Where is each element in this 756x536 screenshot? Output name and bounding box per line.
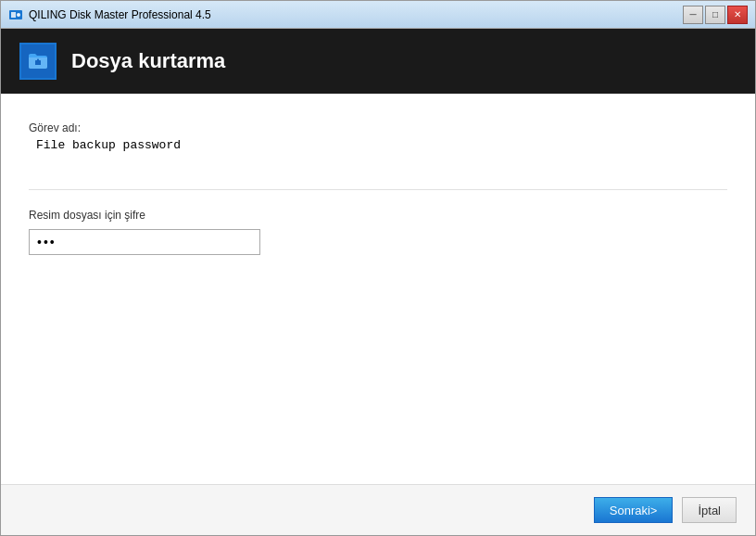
header-title: Dosya kurtarma (71, 49, 225, 73)
minimize-button[interactable]: ─ (683, 6, 703, 24)
header-bar: Dosya kurtarma (1, 29, 755, 94)
task-value: File backup password (36, 138, 727, 152)
password-label: Resim dosyası için şifre (29, 209, 727, 222)
title-bar-left: QILING Disk Master Professional 4.5 (8, 7, 211, 22)
svg-point-2 (17, 13, 20, 17)
footer: Sonraki> İptal (1, 484, 755, 535)
svg-rect-4 (37, 59, 39, 62)
task-section: Görev adı: File backup password (29, 121, 727, 152)
title-bar: QILING Disk Master Professional 4.5 ─ □ … (1, 1, 755, 29)
task-label: Görev adı: (29, 121, 727, 134)
title-bar-controls: ─ □ ✕ (683, 6, 748, 24)
next-button[interactable]: Sonraki> (594, 497, 674, 523)
divider (29, 189, 727, 190)
svg-rect-1 (11, 12, 16, 18)
maximize-button[interactable]: □ (705, 6, 725, 24)
content-area: Görev adı: File backup password Resim do… (1, 94, 755, 484)
header-icon-box (19, 43, 57, 80)
window-title: QILING Disk Master Professional 4.5 (29, 8, 211, 21)
main-window: QILING Disk Master Professional 4.5 ─ □ … (0, 0, 756, 536)
password-section: Resim dosyası için şifre (29, 209, 727, 255)
app-icon (8, 7, 23, 22)
password-input[interactable] (29, 229, 260, 255)
close-button[interactable]: ✕ (727, 6, 748, 24)
cancel-button[interactable]: İptal (682, 497, 737, 523)
folder-icon (27, 50, 49, 72)
